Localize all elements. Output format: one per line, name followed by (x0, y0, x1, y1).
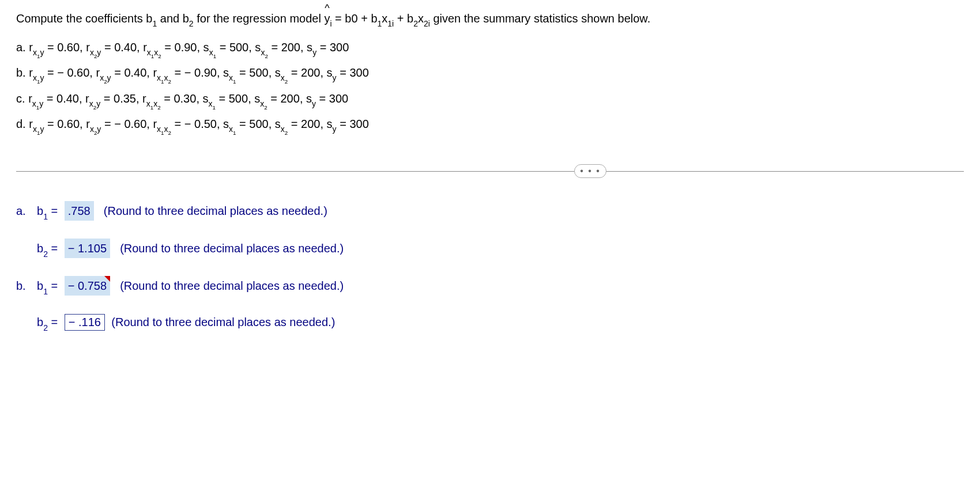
answers-section: a. b1 = .758 (Round to three decimal pla… (16, 201, 964, 332)
question-text: Compute the coefficients b1 and b2 for t… (16, 10, 964, 29)
answer-b-b2: b2 = (Round to three decimal places as n… (16, 313, 964, 332)
section-divider: • • • (16, 164, 964, 178)
option-b: b. rx1y = − 0.60, rx2y = 0.40, rx1x2 = −… (16, 63, 964, 84)
answer-b-b1: b. b1 = − 0.758 (Round to three decimal … (16, 276, 964, 296)
option-d: d. rx1y = 0.60, rx2y = − 0.60, rx1x2 = −… (16, 115, 964, 135)
answer-b-b1-value[interactable]: − 0.758 (65, 276, 110, 296)
answer-a-b1: a. b1 = .758 (Round to three decimal pla… (16, 201, 964, 221)
more-button[interactable]: • • • (574, 164, 606, 178)
option-c: c. rx1y = 0.40, rx2y = 0.35, rx1x2 = 0.3… (16, 89, 964, 110)
answer-a-b2: b2 = − 1.105 (Round to three decimal pla… (16, 239, 964, 259)
answer-b-b2-input[interactable] (65, 314, 105, 331)
divider-line (16, 171, 964, 172)
answer-a-b2-value[interactable]: − 1.105 (65, 239, 110, 258)
option-a: a. rx1y = 0.60, rx2y = 0.40, rx1x2 = 0.9… (16, 38, 964, 59)
answer-a-b1-value[interactable]: .758 (65, 201, 94, 221)
